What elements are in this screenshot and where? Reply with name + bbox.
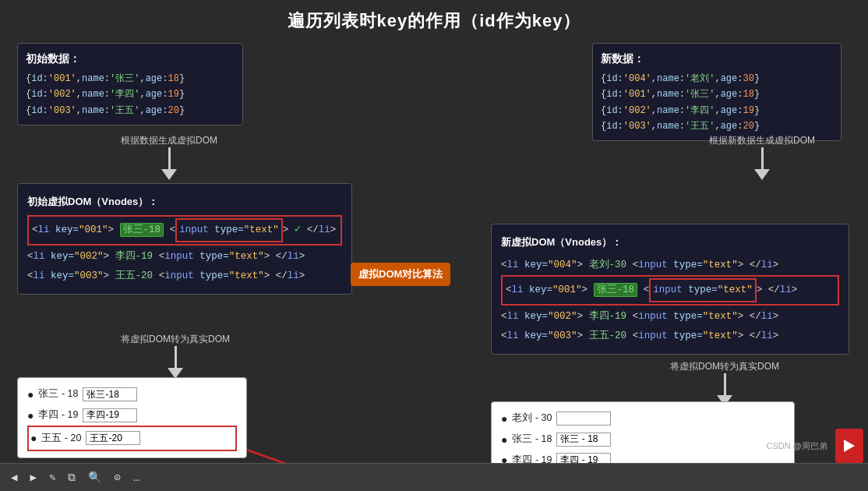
watermark-text: CSDN @周巴弟 [767,440,827,452]
new-vdom-box: 新虚拟DOM（Vnodes）： <li key="004"> 老刘-30 <in… [491,224,849,355]
new-data-line-3: {id:'002',name:'李四',age:19} [601,103,833,118]
new-data-title: 新数据： [601,50,833,69]
svg-marker-0 [844,440,855,452]
arrow-down-right-2: 将虚拟DOM转为真实DOM [670,360,779,406]
new-vdom-row-3: <li key="002"> 李四-19 <input type="text">… [501,307,839,327]
arrow-down-right: 根据新数据生成虚拟DOM [709,134,815,180]
initial-data-box: 初始数据： {id:'001',name:'张三',age:18} {id:'0… [17,43,243,125]
new-real-item-1: ● 老刘 - 30 [501,408,785,429]
real-input-2[interactable] [83,408,137,422]
toolbar-btn-next[interactable]: ▶ [26,469,39,486]
new-data-line-1: {id:'004',name:'老刘',age:30} [601,71,833,87]
real-input-1[interactable] [83,387,137,401]
initial-vdom-title: 初始虚拟DOM（Vnodes）： [27,192,342,212]
compare-label: 虚拟DOM对比算法 [351,263,450,286]
new-vdom-row-4: <li key="003"> 王五-20 <input type="text">… [501,327,839,346]
toolbar-btn-zoom[interactable]: 🔍 [85,469,104,486]
new-data-box: 新数据： {id:'004',name:'老刘',age:30} {id:'00… [592,43,842,141]
arrow-down-left: 根据数据生成虚拟DOM [121,134,217,180]
main-title: 遍历列表时key的作用（id作为key） [0,0,868,33]
arrow-down-left-2: 将虚拟DOM转为真实DOM [121,333,230,379]
compare-arrow-container: 虚拟DOM对比算法 [351,267,404,282]
initial-data-line-2: {id:'002',name:'李四',age:19} [26,87,235,102]
initial-vdom-row-1: <li key="001"> 张三-18 <input type="text">… [27,215,342,246]
initial-vdom-row-3: <li key="003"> 王五-20 <input type="text">… [27,267,342,286]
toolbar-btn-more[interactable]: … [130,470,143,486]
real-input-3[interactable] [86,431,140,445]
initial-data-title: 初始数据： [26,50,235,69]
new-real-item-2: ● 张三 - 18 [501,429,785,450]
new-vdom-title: 新虚拟DOM（Vnodes）： [501,232,839,253]
new-real-input-1[interactable] [556,412,611,426]
initial-data-line-1: {id:'001',name:'张三',age:18} [26,71,235,87]
new-vdom-row-1: <li key="004"> 老刘-30 <input type="text">… [501,256,839,275]
new-data-line-2: {id:'001',name:'张三',age:18} [601,87,833,102]
csdn-logo-area: CSDN @周巴弟 [767,429,863,463]
toolbar-btn-edit[interactable]: ✎ [46,469,58,486]
toolbar-btn-copy[interactable]: ⧉ [65,470,79,486]
real-item-1: ● 张三 - 18 [27,384,237,405]
initial-vdom-box: 初始虚拟DOM（Vnodes）： <li key="001"> 张三-18 <i… [17,183,352,295]
real-item-3: ● 王五 - 20 [27,426,237,451]
initial-real-box: ● 张三 - 18 ● 李四 - 19 ● 王五 - 20 [17,377,247,458]
initial-vdom-row-2: <li key="002"> 李四-19 <input type="text">… [27,247,342,267]
new-data-line-4: {id:'003',name:'王五',age:20} [601,118,833,134]
play-icon[interactable] [835,429,863,463]
toolbar: ◀ ▶ ✎ ⧉ 🔍 ⊙ … [0,463,868,491]
initial-data-line-3: {id:'003',name:'王五',age:20} [26,103,235,118]
toolbar-btn-prev[interactable]: ◀ [8,469,20,486]
real-item-2: ● 李四 - 19 [27,405,237,426]
new-vdom-row-2: <li key="001"> 张三-18 <input type="text">… [501,275,839,306]
toolbar-btn-circle[interactable]: ⊙ [111,469,123,486]
new-real-input-2[interactable] [556,433,611,447]
